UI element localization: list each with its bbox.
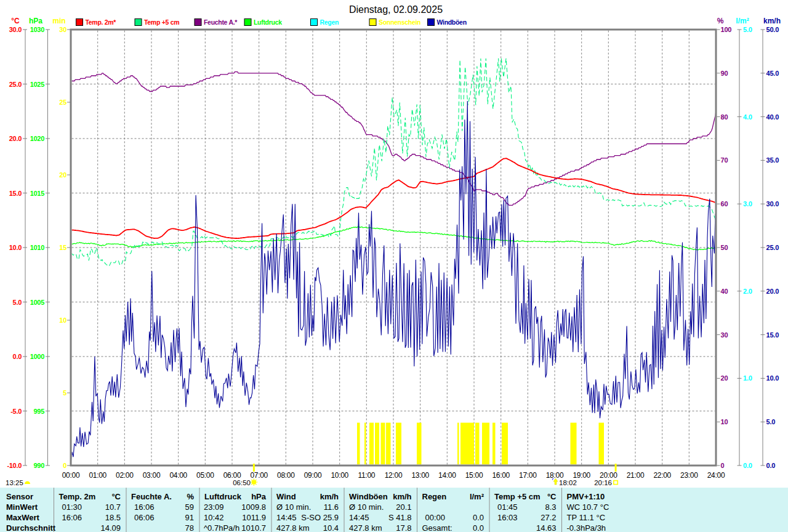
svg-text:10:00: 10:00 [331,471,348,480]
svg-text:03:00: 03:00 [143,471,161,480]
svg-text:-10.0: -10.0 [7,462,22,469]
svg-text:05:00: 05:00 [196,471,214,480]
svg-text:1010.7: 1010.7 [241,523,266,532]
svg-text:Temp +5 cm: Temp +5 cm [494,492,541,501]
svg-text:11.6: 11.6 [324,502,339,512]
svg-text:10.0: 10.0 [9,244,22,251]
svg-text:02:00: 02:00 [116,471,134,480]
svg-text:17.8: 17.8 [396,523,411,532]
svg-text:WC 10.7 °C: WC 10.7 °C [567,502,609,512]
svg-text:°C: °C [111,492,121,501]
svg-text:50.0: 50.0 [766,26,779,33]
svg-text:15.0: 15.0 [766,331,779,339]
svg-text:01:30: 01:30 [62,502,82,512]
svg-text:10.0: 10.0 [766,374,779,382]
svg-text:°C: °C [547,492,557,501]
svg-text:S 41.8: S 41.8 [388,513,412,522]
svg-text:0.0: 0.0 [766,462,776,469]
svg-text:19:00: 19:00 [573,471,590,480]
svg-text:15: 15 [59,244,66,251]
svg-text:1010: 1010 [30,244,44,251]
svg-text:5: 5 [63,389,66,397]
svg-text:S-SO 25.9: S-SO 25.9 [301,513,339,522]
svg-text:20:00: 20:00 [600,471,617,480]
svg-text:990: 990 [34,462,45,469]
svg-text:13:00: 13:00 [411,471,429,480]
svg-text:01:00: 01:00 [89,471,107,480]
svg-text:8.3: 8.3 [545,502,556,512]
svg-text:3.0: 3.0 [743,200,752,208]
svg-text:60: 60 [721,200,728,208]
svg-text:km/h: km/h [393,492,411,501]
svg-text:01:45: 01:45 [497,502,518,512]
svg-text:14:00: 14:00 [438,471,456,480]
svg-text:16:06: 16:06 [134,502,155,512]
svg-text:16:06: 16:06 [62,513,82,522]
svg-text:10.7: 10.7 [105,502,121,512]
svg-text:0: 0 [63,462,66,469]
svg-text:21:00: 21:00 [627,471,645,480]
svg-text:km/h: km/h [763,17,781,25]
svg-text:25.0: 25.0 [766,244,779,251]
svg-text:Luftdruck: Luftdruck [254,18,282,26]
svg-text:Regen: Regen [320,18,339,26]
svg-text:06:50: 06:50 [233,479,251,486]
svg-text:18.5: 18.5 [105,513,121,522]
svg-text:1015: 1015 [30,190,44,197]
svg-text:Wind: Wind [276,492,296,501]
svg-text:Feuchte A.*: Feuchte A.* [204,18,238,26]
svg-text:Luftdruck: Luftdruck [204,492,242,501]
svg-text:16:03: 16:03 [497,513,518,522]
svg-text:l/m²: l/m² [736,17,749,25]
svg-text:25.0: 25.0 [9,81,22,88]
svg-text:-5.0: -5.0 [10,408,22,415]
svg-text:91: 91 [185,513,194,522]
svg-text:hPa: hPa [251,492,267,501]
svg-text:11:00: 11:00 [358,471,376,480]
svg-text:Durchschnitt: Durchschnitt [6,523,56,532]
svg-text:12:00: 12:00 [385,471,403,480]
svg-text:40.0: 40.0 [766,113,779,121]
svg-text:Temp +5 cm: Temp +5 cm [144,18,179,26]
svg-text:22:00: 22:00 [653,471,671,480]
svg-text:10: 10 [59,316,66,324]
svg-text:20.0: 20.0 [766,288,779,295]
svg-text:20.0: 20.0 [9,135,22,142]
svg-text:14:45: 14:45 [276,513,297,522]
svg-text:30: 30 [721,331,728,339]
svg-text:Windböen: Windböen [349,492,388,501]
svg-text:09:00: 09:00 [304,471,322,480]
svg-text:1000: 1000 [30,353,44,360]
svg-text:hPa: hPa [29,17,42,25]
svg-text:5.0: 5.0 [13,299,22,306]
svg-text:1.0: 1.0 [743,374,752,382]
svg-text:0.0: 0.0 [473,513,484,522]
svg-text:PMV+1:10: PMV+1:10 [567,492,605,501]
svg-text:0: 0 [721,462,725,469]
svg-text:l/m²: l/m² [470,492,484,501]
svg-text:00:00: 00:00 [425,513,446,522]
svg-text:06:00: 06:00 [223,471,241,480]
svg-text:Sonnenschein: Sonnenschein [379,18,420,26]
svg-text:20:16: 20:16 [594,479,612,486]
svg-text:0.0: 0.0 [743,462,752,469]
svg-text:0.0: 0.0 [473,523,484,532]
svg-text:23:09: 23:09 [204,502,224,512]
svg-text:MinWert: MinWert [6,502,38,512]
svg-text:1030: 1030 [30,26,44,33]
svg-text:°C: °C [11,17,20,25]
svg-text:59: 59 [185,502,194,512]
svg-text:15.0: 15.0 [9,190,22,197]
svg-text:15:00: 15:00 [465,471,483,480]
svg-text:20.1: 20.1 [396,502,411,512]
svg-text:995: 995 [34,408,45,415]
svg-text:24:00: 24:00 [707,471,725,480]
svg-text:-0.3hPa/3h: -0.3hPa/3h [567,523,606,532]
svg-text:00:00: 00:00 [62,471,80,480]
svg-text:5.0: 5.0 [743,26,752,33]
svg-text:%: % [187,492,194,501]
svg-text:%: % [717,17,724,25]
svg-text:Dienstag, 02.09.2025: Dienstag, 02.09.2025 [349,4,443,15]
svg-text:25: 25 [59,99,66,106]
svg-text:08:00: 08:00 [277,471,295,480]
